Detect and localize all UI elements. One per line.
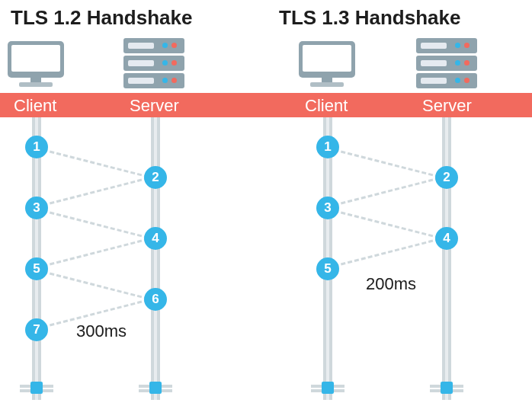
pole-base bbox=[20, 385, 53, 400]
label-server-left: Server bbox=[130, 96, 179, 116]
server-rack-icon bbox=[416, 38, 477, 91]
handshake-step: 1 bbox=[316, 136, 339, 158]
handshake-step: 5 bbox=[316, 257, 339, 280]
handshake-step: 3 bbox=[316, 197, 339, 219]
handshake-step: 5 bbox=[25, 257, 48, 280]
client-monitor-icon bbox=[299, 41, 355, 85]
handshake-step: 3 bbox=[25, 197, 48, 219]
handshake-step: 2 bbox=[144, 166, 167, 189]
pole-base bbox=[430, 385, 463, 400]
pole-base bbox=[139, 385, 172, 400]
title-left: TLS 1.2 Handshake bbox=[11, 6, 192, 30]
time-label-left: 300ms bbox=[76, 321, 127, 341]
handshake-arrow bbox=[327, 236, 447, 269]
handshake-arrow bbox=[36, 208, 155, 241]
handshake-arrow bbox=[327, 208, 447, 241]
handshake-step: 7 bbox=[25, 318, 48, 341]
label-client-right: Client bbox=[305, 96, 348, 116]
handshake-step: 2 bbox=[435, 166, 458, 189]
handshake-arrow bbox=[36, 175, 155, 208]
timeline-pole-server-right bbox=[442, 117, 451, 400]
handshake-arrow bbox=[327, 175, 447, 208]
client-monitor-icon bbox=[8, 41, 64, 85]
time-label-right: 200ms bbox=[366, 274, 416, 294]
timeline-pole-server-left bbox=[151, 117, 160, 400]
handshake-step: 4 bbox=[144, 227, 167, 250]
handshake-arrow bbox=[36, 236, 155, 269]
title-right: TLS 1.3 Handshake bbox=[279, 6, 460, 30]
server-rack-icon bbox=[123, 38, 184, 91]
handshake-arrow bbox=[327, 147, 447, 180]
handshake-step: 6 bbox=[144, 288, 167, 311]
label-client-left: Client bbox=[14, 96, 56, 116]
label-server-right: Server bbox=[422, 96, 472, 116]
handshake-arrow bbox=[36, 269, 155, 302]
handshake-step: 4 bbox=[435, 227, 458, 250]
pole-base bbox=[311, 385, 345, 400]
handshake-step: 1 bbox=[25, 136, 48, 158]
handshake-arrow bbox=[36, 147, 155, 180]
